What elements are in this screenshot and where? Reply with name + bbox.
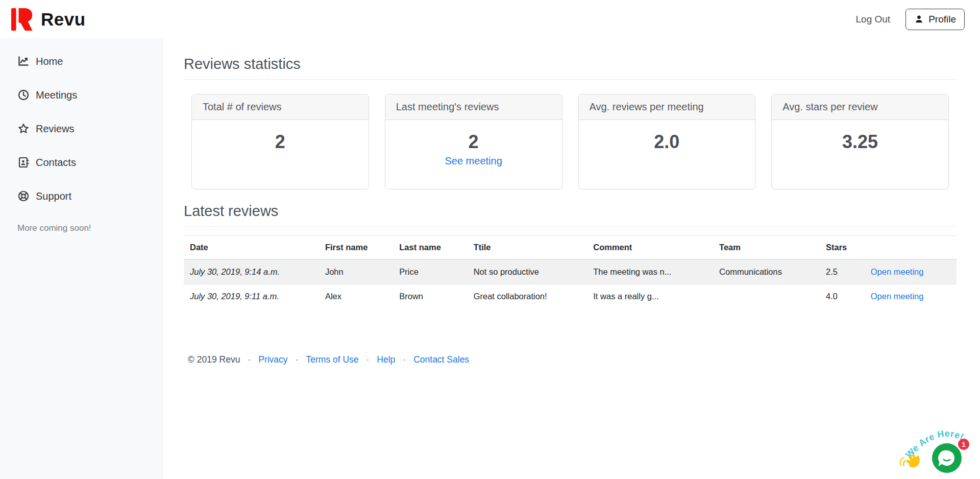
- sidebar: Home Meetings Reviews: [0, 38, 162, 479]
- stat-card-title: Avg. reviews per meeting: [579, 94, 755, 120]
- footer-link-contact-sales[interactable]: Contact Sales: [413, 354, 469, 365]
- cell-comment: The meeting was n...: [587, 259, 713, 284]
- cell-stars: 2.5: [820, 259, 865, 284]
- column-header-title: Ttile: [468, 236, 587, 260]
- column-header-last-name: Last name: [393, 236, 467, 260]
- stats-section-title: Reviews statistics: [184, 56, 957, 73]
- stat-cards-row: Total # of reviews 2 Last meeting's revi…: [191, 94, 949, 189]
- profile-button-label: Profile: [928, 14, 956, 25]
- chat-widget: We Are Here! 1: [898, 415, 978, 479]
- stat-card-title: Avg. stars per review: [772, 94, 948, 120]
- sidebar-item-reviews[interactable]: Reviews: [0, 112, 162, 146]
- revu-logo-icon: [11, 8, 35, 31]
- stat-card-avg-reviews: Avg. reviews per meeting 2.0: [578, 94, 756, 189]
- sidebar-item-label: Meetings: [36, 89, 77, 101]
- table-header-row: Date First name Last name Ttile Comment …: [184, 236, 957, 260]
- sidebar-item-home[interactable]: Home: [0, 44, 162, 78]
- table-row: July 30, 2019, 9:11 a.m. Alex Brown Grea…: [184, 284, 957, 309]
- divider: [184, 79, 957, 80]
- sidebar-item-support[interactable]: Support: [0, 179, 162, 213]
- cell-comment: It was a really g...: [587, 284, 713, 309]
- clock-icon: [17, 89, 30, 101]
- stat-card-value: 2: [192, 131, 369, 152]
- cell-first-name: John: [319, 259, 393, 284]
- open-meeting-link[interactable]: Open meeting: [871, 267, 924, 276]
- stat-card-total-reviews: Total # of reviews 2: [191, 94, 369, 189]
- column-header-comment: Comment: [587, 236, 713, 260]
- see-meeting-link[interactable]: See meeting: [445, 155, 502, 167]
- sidebar-item-label: Support: [36, 190, 71, 202]
- cell-date: July 30, 2019, 9:11 a.m.: [184, 284, 319, 309]
- stat-card-title: Total # of reviews: [192, 94, 369, 120]
- cell-title: Not so productive: [468, 259, 587, 284]
- stat-card-last-meeting-reviews: Last meeting's reviews 2 See meeting: [385, 94, 562, 189]
- stat-card-value: 3.25: [772, 131, 948, 152]
- chat-launcher-button[interactable]: [932, 443, 962, 473]
- logout-link[interactable]: Log Out: [856, 14, 891, 25]
- footer-separator: ·: [366, 354, 370, 365]
- sidebar-item-label: Home: [36, 56, 63, 67]
- column-header-stars: Stars: [820, 236, 865, 260]
- footer-separator: ·: [248, 354, 251, 365]
- brand-logo[interactable]: Revu: [11, 8, 86, 31]
- footer-link-help[interactable]: Help: [377, 354, 395, 365]
- reviews-section-title: Latest reviews: [184, 203, 957, 220]
- top-bar: Revu Log Out Profile: [0, 0, 980, 38]
- unread-count-badge: 1: [958, 439, 969, 450]
- stat-card-value: 2.0: [579, 131, 755, 152]
- cell-date: July 30, 2019, 9:14 a.m.: [184, 259, 319, 284]
- address-book-icon: [17, 156, 30, 169]
- divider: [184, 226, 957, 227]
- stat-card-value: 2: [385, 131, 562, 152]
- cell-title: Great collaboration!: [468, 284, 587, 309]
- sidebar-item-label: Contacts: [36, 157, 76, 169]
- main-content: Reviews statistics Total # of reviews 2 …: [162, 38, 980, 479]
- cell-team: [713, 284, 820, 309]
- footer-separator: ·: [296, 354, 299, 365]
- stat-card-avg-stars: Avg. stars per review 3.25: [771, 94, 949, 189]
- sidebar-item-meetings[interactable]: Meetings: [0, 78, 162, 112]
- column-header-team: Team: [713, 236, 820, 260]
- cell-first-name: Alex: [319, 284, 393, 309]
- life-ring-icon: [17, 190, 30, 202]
- table-row: July 30, 2019, 9:14 a.m. John Price Not …: [184, 259, 957, 284]
- footer-separator: ·: [403, 354, 406, 365]
- cell-last-name: Brown: [393, 284, 467, 309]
- column-header-date: Date: [184, 236, 319, 260]
- stat-card-title: Last meeting's reviews: [385, 94, 562, 120]
- chart-line-icon: [17, 55, 30, 67]
- copyright-text: © 2019 Revu: [188, 354, 240, 365]
- latest-reviews-table: Date First name Last name Ttile Comment …: [184, 235, 957, 308]
- open-meeting-link[interactable]: Open meeting: [871, 292, 924, 301]
- column-header-first-name: First name: [319, 236, 393, 260]
- user-icon: [914, 14, 924, 24]
- cell-team: Communications: [713, 259, 820, 284]
- cell-last-name: Price: [393, 259, 467, 284]
- coming-soon-note: More coming soon!: [0, 213, 162, 244]
- column-header-action: [865, 236, 957, 260]
- sidebar-item-label: Reviews: [36, 123, 75, 135]
- footer-link-terms[interactable]: Terms of Use: [306, 354, 358, 365]
- svg-text:1: 1: [962, 441, 966, 448]
- star-icon: [17, 123, 30, 135]
- profile-button[interactable]: Profile: [905, 9, 965, 30]
- footer-link-privacy[interactable]: Privacy: [258, 354, 287, 365]
- page-footer: © 2019 Revu · Privacy · Terms of Use · H…: [184, 354, 957, 365]
- cell-stars: 4.0: [820, 284, 865, 309]
- sidebar-item-contacts[interactable]: Contacts: [0, 146, 162, 179]
- brand-name: Revu: [41, 9, 86, 30]
